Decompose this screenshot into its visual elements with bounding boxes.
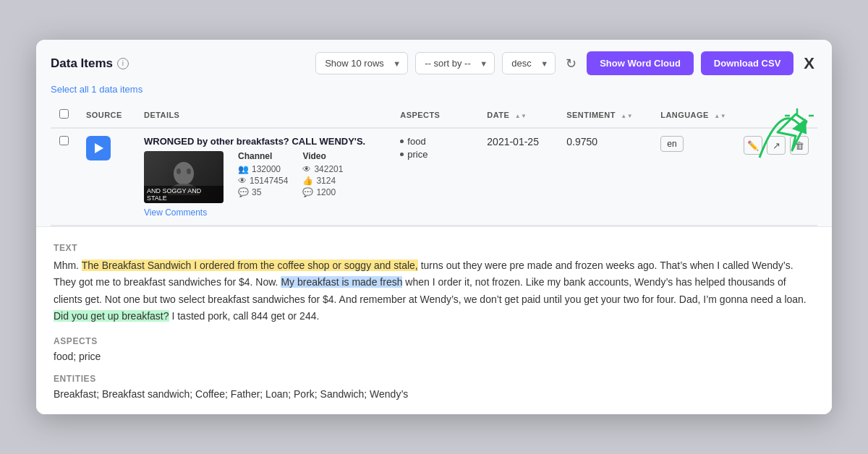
rows-select[interactable]: Show 10 rows Show 25 rows Show 50 rows xyxy=(315,52,408,74)
th-aspects: ASPECTS xyxy=(391,102,478,128)
th-checkbox xyxy=(51,102,77,128)
comments-channel-value: 35 xyxy=(252,187,261,197)
play-triangle-icon xyxy=(95,143,103,153)
select-all-checkbox[interactable] xyxy=(59,109,69,119)
sentiment-sort-arrows[interactable]: ▲▼ xyxy=(621,113,633,119)
modal-top-section: Data Items i Show 10 rows Show 25 rows S… xyxy=(36,40,832,227)
data-items-modal: Data Items i Show 10 rows Show 25 rows S… xyxy=(36,40,832,414)
svg-point-0 xyxy=(174,162,194,185)
th-date: DATE ▲▼ xyxy=(478,102,558,128)
row-checkbox-cell xyxy=(51,128,77,225)
view-comments-link[interactable]: View Comments xyxy=(144,207,383,218)
text-content: Mhm. The Breakfast Sandwich I ordered fr… xyxy=(54,257,814,324)
video-views-value: 342201 xyxy=(314,164,343,174)
order-select-wrap: desc asc ▼ xyxy=(502,52,556,74)
views-channel-value: 15147454 xyxy=(250,176,288,186)
order-select[interactable]: desc asc xyxy=(502,52,556,74)
subscribers-value: 132000 xyxy=(252,164,281,174)
text-end: I tasted pork, call 844 get or 244. xyxy=(169,310,320,322)
th-sentiment: SENTIMENT ▲▼ xyxy=(558,102,652,128)
row-date-value: 2021-01-25 xyxy=(487,136,539,147)
views-channel-icon: 👁 xyxy=(238,176,247,186)
th-language: LANGUAGE ▲▼ xyxy=(652,102,735,128)
comments-channel-icon: 💬 xyxy=(238,187,249,197)
row-source-cell xyxy=(77,128,135,225)
highlight-2: My breakfast is made fresh xyxy=(281,276,402,288)
video-views-icon: 👁 xyxy=(302,164,311,174)
language-sort-arrows[interactable]: ▲▼ xyxy=(714,113,726,119)
svg-point-2 xyxy=(176,168,181,174)
annotation-arrow xyxy=(738,85,825,172)
language-badge: en xyxy=(660,136,683,152)
aspect-food: food xyxy=(400,136,469,147)
info-icon[interactable]: i xyxy=(117,58,129,69)
video-likes-value: 3124 xyxy=(316,176,336,186)
action-icons: ✏️ ↗ 🗑 xyxy=(744,136,809,155)
table-wrap: SOURCE DETAILS ASPECTS DATE ▲▼ xyxy=(51,102,817,226)
aspect-dot-icon xyxy=(400,140,404,143)
row-title: WRONGED by other breakfasts? CALL WENDY'… xyxy=(144,136,383,147)
edit-button[interactable]: ✏️ xyxy=(744,136,762,155)
row-checkbox[interactable] xyxy=(59,136,69,145)
video-info: Video 👁 342201 👍 3124 xyxy=(302,151,343,203)
details-inner: AND SOGGY AND STALE Channel 👥 132000 xyxy=(144,151,383,203)
sort-select[interactable]: -- sort by -- Date Sentiment xyxy=(415,52,495,74)
data-table: SOURCE DETAILS ASPECTS DATE ▲▼ xyxy=(51,102,817,225)
text-section-label: Text xyxy=(54,243,814,253)
modal-title: Data Items xyxy=(51,56,113,71)
text-intro: Mhm. xyxy=(54,260,82,271)
th-source: SOURCE xyxy=(77,102,135,128)
thumbnail-bar: AND SOGGY AND STALE xyxy=(144,186,224,203)
share-button[interactable]: ↗ xyxy=(767,136,786,155)
row-details-cell: WRONGED by other breakfasts? CALL WENDY'… xyxy=(135,128,391,225)
aspects-list: food price xyxy=(400,136,469,160)
show-word-cloud-button[interactable]: Show Word Cloud xyxy=(587,51,694,75)
aspect-food-label: food xyxy=(407,136,425,147)
row-date-cell: 2021-01-25 xyxy=(478,128,558,225)
thumbnail: AND SOGGY AND STALE xyxy=(144,151,224,203)
date-sort-arrows[interactable]: ▲▼ xyxy=(515,113,527,119)
video-label: Video xyxy=(302,151,343,161)
entities-section-label: Entities xyxy=(54,374,814,384)
subscribers-icon: 👥 xyxy=(238,164,249,174)
rows-select-wrap: Show 10 rows Show 25 rows Show 50 rows ▼ xyxy=(315,52,408,74)
video-comments-value: 1200 xyxy=(316,187,336,197)
close-button[interactable]: X xyxy=(801,54,817,73)
svg-point-3 xyxy=(187,168,191,174)
entities-value: Breakfast; Breakfast sandwich; Coffee; F… xyxy=(54,388,814,400)
refresh-button[interactable]: ↻ xyxy=(563,53,579,74)
channel-label: Channel xyxy=(238,151,288,161)
aspect-dot-icon xyxy=(400,153,404,156)
highlight-3: Did you get up breakfast? xyxy=(54,310,169,322)
highlight-1: The Breakfast Sandwich I ordered from th… xyxy=(82,260,418,271)
header-controls: Show 10 rows Show 25 rows Show 50 rows ▼… xyxy=(315,51,817,75)
aspect-price-label: price xyxy=(407,149,427,160)
row-sentiment-cell: 0.9750 xyxy=(558,128,652,225)
header-left: Data Items i xyxy=(51,56,129,71)
aspect-price: price xyxy=(400,149,469,160)
th-actions xyxy=(735,102,817,128)
delete-button[interactable]: 🗑 xyxy=(790,136,809,155)
sort-select-wrap: -- sort by -- Date Sentiment ▼ xyxy=(415,52,495,74)
row-actions-cell: ✏️ ↗ 🗑 xyxy=(735,128,817,225)
play-button[interactable] xyxy=(86,136,111,160)
aspects-section-label: Aspects xyxy=(54,336,814,346)
table-row: WRONGED by other breakfasts? CALL WENDY'… xyxy=(51,128,817,225)
row-language-cell: en xyxy=(652,128,735,225)
channel-info: Channel 👥 132000 👁 15147454 xyxy=(238,151,288,203)
video-likes-icon: 👍 xyxy=(302,176,313,186)
row-aspects-cell: food price xyxy=(391,128,478,225)
modal-header: Data Items i Show 10 rows Show 25 rows S… xyxy=(51,51,817,75)
th-details: DETAILS xyxy=(135,102,391,128)
download-csv-button[interactable]: Download CSV xyxy=(701,51,793,75)
video-comments-icon: 💬 xyxy=(302,187,313,197)
aspects-value: food; price xyxy=(54,351,814,362)
bottom-panel: Text Mhm. The Breakfast Sandwich I order… xyxy=(36,227,832,414)
select-all-link[interactable]: Select all 1 data items xyxy=(51,84,142,102)
row-sentiment-value: 0.9750 xyxy=(566,136,597,147)
